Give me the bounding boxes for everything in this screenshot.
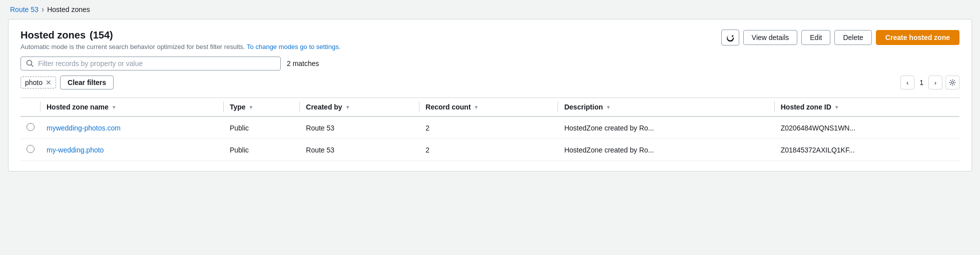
col-description-label: Description — [564, 103, 603, 111]
remove-filter-button[interactable]: ✕ — [46, 79, 52, 86]
settings-link[interactable]: To change modes go to settings. — [247, 43, 340, 50]
header-actions: View details Edit Delete Create hosted z… — [721, 30, 959, 46]
col-description-sort-icon: ▼ — [606, 104, 611, 110]
breadcrumb-parent[interactable]: Route 53 — [10, 6, 39, 14]
row-zone-id: Z01845372AXILQ1KF... — [775, 139, 959, 161]
zone-name-link[interactable]: my-wedding.photo — [47, 146, 104, 154]
row-name: my-wedding.photo — [41, 139, 224, 161]
row-radio[interactable] — [27, 145, 35, 153]
svg-point-2 — [951, 82, 953, 84]
active-filter-tag: photo ✕ — [21, 76, 56, 88]
row-created-by: Route 53 — [300, 116, 419, 139]
col-name-label: Hosted zone name — [47, 103, 109, 111]
col-type-label: Type — [230, 103, 246, 111]
card-header: Hosted zones (154) Automatic mode is the… — [21, 30, 959, 50]
table-wrapper: Hosted zone name ▼ Type ▼ Created by — [21, 98, 959, 161]
subtitle-text: Automatic mode is the current search beh… — [21, 43, 245, 50]
search-row: 2 matches — [21, 56, 959, 70]
col-type-sort-icon: ▼ — [249, 104, 254, 110]
col-record-count: Record count ▼ — [419, 98, 558, 117]
row-description: HostedZone created by Ro... — [558, 139, 774, 161]
row-type: Public — [224, 139, 300, 161]
next-page-button[interactable]: › — [928, 76, 942, 90]
search-icon — [26, 60, 34, 68]
pagination: ‹ 1 › — [900, 76, 959, 90]
edit-button[interactable]: Edit — [801, 30, 830, 45]
table-row: my-wedding.photo Public Route 53 2 Hoste… — [21, 139, 959, 161]
page-title: Hosted zones (154) — [21, 30, 340, 41]
prev-page-button[interactable]: ‹ — [900, 76, 914, 90]
row-description: HostedZone created by Ro... — [558, 116, 774, 139]
col-zone-id-label: Hosted zone ID — [781, 103, 831, 111]
search-input[interactable] — [38, 60, 275, 68]
col-description: Description ▼ — [558, 98, 774, 117]
title-count: (154) — [90, 30, 113, 41]
row-zone-id: Z0206484WQNS1WN... — [775, 116, 959, 139]
match-count: 2 matches — [287, 60, 319, 68]
row-created-by: Route 53 — [300, 139, 419, 161]
zone-name-link[interactable]: mywedding-photos.com — [47, 124, 121, 132]
filter-left: photo ✕ Clear filters — [21, 76, 114, 90]
delete-button[interactable]: Delete — [834, 30, 871, 45]
row-select-cell[interactable] — [21, 139, 41, 161]
main-card: Hosted zones (154) Automatic mode is the… — [8, 19, 972, 172]
row-name: mywedding-photos.com — [41, 116, 224, 139]
gear-icon — [949, 79, 956, 86]
breadcrumb: Route 53 › Hosted zones — [0, 0, 980, 19]
view-details-button[interactable]: View details — [743, 30, 797, 45]
col-zone-id: Hosted zone ID ▼ — [775, 98, 959, 117]
breadcrumb-separator: › — [42, 5, 44, 14]
col-zone-id-sort-icon: ▼ — [834, 104, 839, 110]
row-radio[interactable] — [27, 123, 35, 131]
table-header-row: Hosted zone name ▼ Type ▼ Created by — [21, 98, 959, 117]
hosted-zones-table: Hosted zone name ▼ Type ▼ Created by — [21, 98, 959, 161]
col-created-by-sort-icon: ▼ — [345, 104, 350, 110]
row-type: Public — [224, 116, 300, 139]
col-record-count-label: Record count — [425, 103, 470, 111]
table-preferences-button[interactable] — [945, 76, 959, 90]
row-select-cell[interactable] — [21, 116, 41, 139]
row-record-count: 2 — [419, 116, 558, 139]
refresh-icon — [726, 34, 734, 42]
filter-tag-text: photo — [25, 78, 43, 86]
col-created-by: Created by ▼ — [300, 98, 419, 117]
card-title-area: Hosted zones (154) Automatic mode is the… — [21, 30, 340, 50]
refresh-button[interactable] — [721, 30, 739, 46]
col-record-count-sort-icon: ▼ — [474, 104, 479, 110]
col-type: Type ▼ — [224, 98, 300, 117]
select-all-column — [21, 98, 41, 117]
row-record-count: 2 — [419, 139, 558, 161]
svg-line-1 — [32, 65, 34, 67]
clear-filters-button[interactable]: Clear filters — [60, 76, 114, 90]
col-created-by-label: Created by — [306, 103, 342, 111]
col-name-sort-icon: ▼ — [112, 104, 117, 110]
search-box — [21, 56, 281, 70]
col-name: Hosted zone name ▼ — [41, 98, 224, 117]
current-page: 1 — [917, 78, 925, 86]
filter-row: photo ✕ Clear filters ‹ 1 › — [21, 76, 959, 90]
table-row: mywedding-photos.com Public Route 53 2 H… — [21, 116, 959, 139]
card-subtitle: Automatic mode is the current search beh… — [21, 43, 340, 50]
create-hosted-zone-button[interactable]: Create hosted zone — [876, 30, 959, 45]
title-text: Hosted zones — [21, 30, 86, 41]
breadcrumb-current: Hosted zones — [47, 6, 90, 14]
